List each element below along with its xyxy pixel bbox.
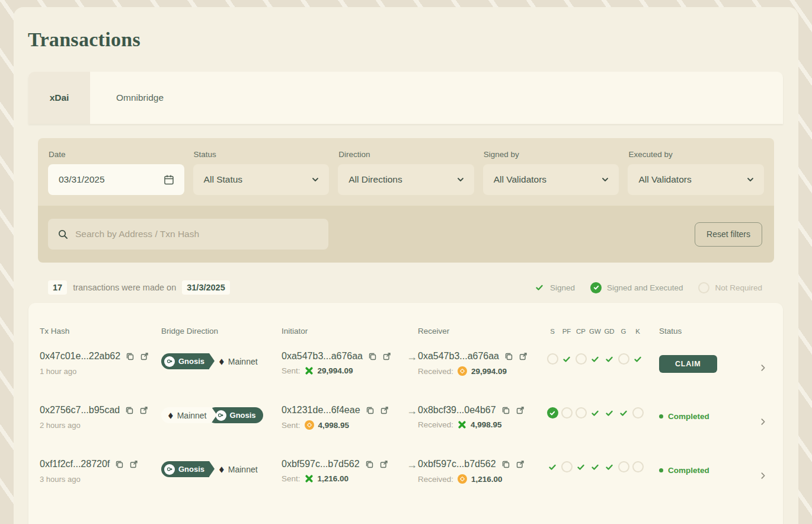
- filter-date: Date 03/31/2025: [48, 150, 184, 195]
- signed-check-icon: [632, 353, 644, 365]
- not-required-icon: [561, 461, 573, 472]
- column-status: Status: [647, 327, 741, 336]
- not-required-icon: [632, 407, 644, 418]
- gnosis-badge: Gnosis: [161, 353, 209, 369]
- not-required-icon: [576, 353, 587, 365]
- status-completed: Completed: [659, 412, 741, 421]
- receiver-address: 0x8bcf39...0e4b67: [418, 405, 496, 416]
- chevron-right-icon[interactable]: [759, 418, 767, 426]
- transaction-count-badge: 17: [48, 280, 67, 295]
- calendar-icon[interactable]: [163, 174, 175, 186]
- filter-executed-by: Executed by All Validators: [628, 150, 764, 195]
- table-row[interactable]: 0xf1f2cf...28720f3 hours agoGnosis◆Mainn…: [40, 443, 774, 497]
- copy-icon[interactable]: [501, 460, 510, 469]
- signed-check-icon: [561, 353, 573, 365]
- status-label: Completed: [668, 412, 709, 421]
- executed-by-label: Executed by: [628, 150, 764, 159]
- chevron-down-icon: [456, 175, 465, 184]
- copy-icon[interactable]: [504, 352, 513, 361]
- tab-xdai[interactable]: xDai: [28, 72, 90, 124]
- received-label: Received:: [418, 367, 453, 376]
- copy-icon[interactable]: [368, 352, 377, 361]
- signed-check-icon: [590, 461, 601, 472]
- legend-signed: Signed: [533, 282, 575, 293]
- initiator-address: 0xbf597c...b7d562: [282, 459, 360, 469]
- main-card: Transactions xDai Omnibridge Date 03/31/…: [14, 7, 798, 524]
- signed-check-icon: [604, 407, 615, 418]
- page-title: Transactions: [28, 28, 140, 51]
- ethereum-icon: ◆: [219, 357, 224, 366]
- table-row[interactable]: 0x2756c7...b95cad2 hours ago◆MainnetGnos…: [40, 389, 774, 443]
- direction-select[interactable]: All Directions: [338, 164, 474, 195]
- validator-col-gd: GD: [602, 328, 616, 335]
- external-link-icon[interactable]: [380, 406, 389, 415]
- column-initiator: Initiator: [282, 327, 407, 336]
- to-chain-label: Mainnet: [228, 465, 258, 474]
- copy-icon[interactable]: [366, 406, 375, 415]
- validator-signatures: [545, 461, 647, 472]
- status-completed: Completed: [659, 466, 741, 475]
- status-select[interactable]: All Status: [193, 164, 330, 195]
- check-icon: [533, 282, 545, 293]
- received-amount: 4,998.95: [471, 420, 502, 429]
- executed-by-select[interactable]: All Validators: [628, 164, 764, 195]
- chevron-right-icon[interactable]: [759, 472, 767, 480]
- column-bridge-direction: Bridge Direction: [161, 327, 282, 336]
- claim-button[interactable]: CLAIM: [659, 355, 717, 373]
- external-link-icon[interactable]: [516, 406, 525, 415]
- external-link-icon[interactable]: [519, 352, 528, 361]
- received-label: Received:: [418, 420, 453, 429]
- external-link-icon[interactable]: [129, 460, 138, 469]
- tab-omnibridge[interactable]: Omnibridge: [90, 72, 190, 124]
- ethereum-icon: ◆: [219, 465, 224, 474]
- chevron-down-icon: [311, 175, 319, 184]
- legend-signed-label: Signed: [550, 283, 575, 292]
- signed-by-label: Signed by: [484, 150, 619, 159]
- direction-label: Direction: [338, 150, 474, 159]
- status-dot: [659, 414, 663, 418]
- signed-by-select[interactable]: All Validators: [483, 164, 619, 195]
- tx-time: 3 hours ago: [40, 475, 161, 484]
- chevron-right-icon[interactable]: [759, 364, 767, 372]
- tx-hash: 0x2756c7...b95cad: [40, 405, 120, 416]
- received-label: Received:: [418, 475, 453, 484]
- external-link-icon[interactable]: [379, 460, 388, 469]
- legend-signed-executed: Signed and Executed: [590, 282, 683, 293]
- copy-icon[interactable]: [125, 406, 134, 415]
- search-input[interactable]: [75, 229, 319, 239]
- copy-icon[interactable]: [365, 460, 374, 469]
- signed-check-icon: [590, 407, 601, 418]
- filter-row: Date 03/31/2025 Status All Status: [38, 138, 774, 206]
- dai-token-icon: [305, 420, 314, 430]
- date-input[interactable]: 03/31/2025: [48, 164, 184, 195]
- ethereum-icon: ◆: [168, 411, 173, 420]
- search-icon: [57, 229, 68, 239]
- column-tx-hash: Tx Hash: [40, 327, 161, 336]
- dai-token-icon: [458, 366, 467, 376]
- external-link-icon[interactable]: [516, 460, 525, 469]
- reset-filters-button[interactable]: Reset filters: [695, 222, 762, 247]
- signed-check-icon: [604, 353, 615, 365]
- date-value: 03/31/2025: [59, 174, 163, 185]
- received-amount: 1,216.00: [471, 475, 503, 484]
- external-link-icon[interactable]: [382, 352, 391, 361]
- copy-icon[interactable]: [501, 406, 510, 415]
- gnosis-logo-icon: [164, 464, 175, 475]
- copy-icon[interactable]: [115, 460, 124, 469]
- xdai-token-icon: [458, 420, 466, 429]
- signed-check-icon: [618, 407, 629, 418]
- table-row[interactable]: 0x47c01e...22ab621 hour agoGnosis◆Mainne…: [40, 336, 774, 389]
- sent-amount: 1,216.00: [318, 474, 349, 483]
- search-box[interactable]: [48, 219, 328, 250]
- tx-hash: 0x47c01e...22ab62: [40, 351, 120, 362]
- status-legend: Signed Signed and Executed Not Required: [533, 282, 762, 293]
- signed-check-icon: [576, 461, 587, 472]
- gnosis-logo-icon: [216, 410, 226, 421]
- external-link-icon[interactable]: [139, 406, 148, 415]
- status-dot: [659, 468, 663, 472]
- check-circle-icon: [590, 282, 602, 293]
- copy-icon[interactable]: [126, 352, 135, 361]
- status-value: All Status: [204, 174, 312, 185]
- external-link-icon[interactable]: [140, 352, 149, 361]
- not-required-icon: [632, 461, 644, 472]
